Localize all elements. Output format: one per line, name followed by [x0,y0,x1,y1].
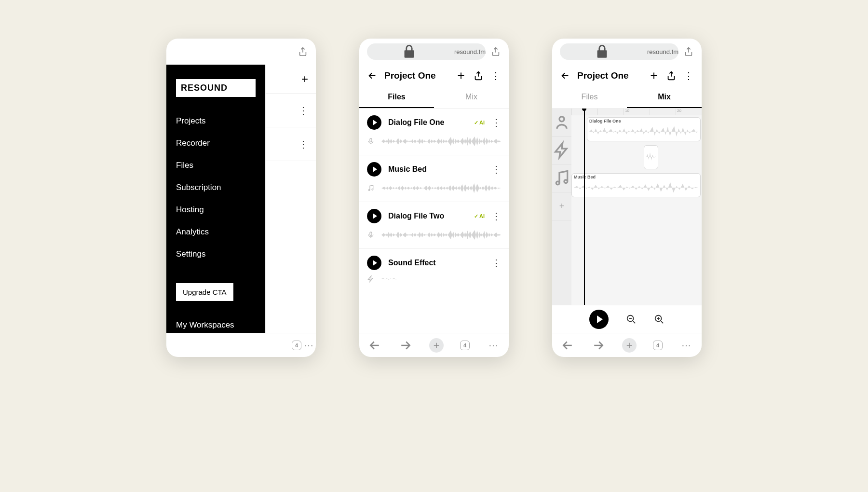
mix-timeline[interactable]: + 1020 Dialog File One Music Bed [552,109,702,305]
url-text: resound.fm [647,48,678,55]
url-text: resound.fm [454,48,486,55]
phone-drawer: RESOUND Projects Recorder Files Subscrip… [166,39,316,357]
file-more-icon[interactable]: ⋮ [491,164,501,175]
track-header-music[interactable] [552,164,571,192]
upgrade-button[interactable]: Upgrade CTA [176,283,233,301]
ai-badge: ✓ AI [474,213,485,219]
lock-icon [560,43,644,60]
microphone-icon [367,137,375,145]
browser-share-icon[interactable] [683,46,694,57]
zoom-in-button[interactable] [654,314,665,325]
browser-share-icon[interactable] [298,46,308,57]
track-row[interactable]: Music Bed [571,171,702,199]
tab-files[interactable]: Files [552,87,627,108]
browser-forward-icon[interactable] [591,338,606,353]
track-header-column: + [552,109,571,305]
browser-menu-icon[interactable]: ⋯ [301,338,316,353]
play-button[interactable] [367,209,381,223]
file-more-icon[interactable]: ⋮ [491,257,501,269]
browser-bar: resound.fm [359,39,509,65]
browser-back-icon[interactable] [560,338,575,353]
play-button[interactable] [367,162,381,177]
nav-analytics[interactable]: Analytics [176,224,256,240]
back-button[interactable] [560,70,570,81]
more-icon[interactable]: ⋮ [298,138,308,150]
address-bar[interactable]: resound.fm [367,43,486,60]
svg-rect-3 [370,232,372,235]
browser-menu-icon[interactable]: ⋯ [486,338,501,353]
svg-point-1 [368,190,370,191]
audio-clip[interactable]: Music Bed [571,173,701,197]
tab-bar: Files Mix [552,87,702,109]
share-button[interactable] [666,70,677,81]
file-more-icon[interactable]: ⋮ [491,117,501,128]
background-content: + ⋮ ⋮ [265,65,316,333]
audio-clip[interactable] [644,145,658,169]
svg-point-4 [559,117,564,122]
play-button[interactable] [589,310,609,329]
project-title: Project One [384,70,449,81]
svg-point-6 [564,180,568,183]
menu-button[interactable]: ⋮ [683,70,694,81]
project-header: Project One ⋮ [359,65,509,87]
project-header: Project One ⋮ [552,65,702,87]
back-button[interactable] [367,70,378,81]
track-row[interactable]: Dialog File One [571,115,702,143]
time-ruler: 1020 [571,109,702,115]
nav-hosting[interactable]: Hosting [176,202,256,218]
nav-files[interactable]: Files [176,158,256,173]
track-header-fx[interactable] [552,137,571,164]
track-header-dialog[interactable] [552,109,571,137]
play-button[interactable] [367,256,381,270]
browser-new-tab-icon[interactable] [622,338,637,353]
nav-settings[interactable]: Settings [176,246,256,262]
browser-menu-icon[interactable]: ⋯ [679,338,693,353]
tab-count[interactable]: 4 [460,341,470,350]
browser-share-icon[interactable] [490,46,501,57]
audio-clip[interactable]: Dialog File One [587,117,701,141]
waveform [381,181,501,195]
zoom-out-button[interactable] [626,314,637,325]
nav-subscription[interactable]: Subscription [176,180,256,195]
browser-toolbar: 4 ⋯ [359,333,509,357]
browser-bar [166,39,316,65]
browser-back-icon[interactable] [367,338,382,353]
more-icon[interactable]: ⋮ [298,105,308,116]
browser-forward-icon[interactable] [398,338,413,353]
play-button[interactable] [367,115,381,130]
nav-recorder[interactable]: Recorder [176,136,256,151]
add-button[interactable] [649,70,659,81]
file-more-icon[interactable]: ⋮ [491,210,501,222]
svg-point-2 [372,189,373,190]
music-icon [367,184,375,192]
tab-mix[interactable]: Mix [434,87,509,108]
address-bar[interactable]: resound.fm [560,43,678,60]
playhead[interactable] [584,109,585,305]
nav-projects[interactable]: Projects [176,113,256,129]
nav-workspaces[interactable]: My Workspaces [176,317,256,333]
ai-badge: ✓ AI [474,120,485,126]
add-button[interactable] [456,70,466,81]
svg-rect-0 [370,138,372,142]
add-icon[interactable]: + [301,72,308,86]
effect-icon [367,275,375,283]
menu-button[interactable]: ⋮ [490,70,501,81]
phone-files: resound.fm Project One ⋮ Files Mix Dialo… [359,39,509,357]
navigation-drawer: RESOUND Projects Recorder Files Subscrip… [166,65,265,333]
project-title: Project One [577,70,642,81]
waveform [381,135,501,148]
tab-files[interactable]: Files [359,87,434,108]
browser-new-tab-icon[interactable] [429,338,444,353]
tab-count[interactable]: 4 [292,341,301,350]
file-item: Music Bed ⋮ [359,155,509,202]
svg-point-5 [556,181,559,185]
app-logo: RESOUND [176,79,256,97]
share-button[interactable] [473,70,484,81]
tab-mix[interactable]: Mix [627,87,702,108]
file-item: Dialog File One ✓ AI ⋮ [359,109,509,155]
add-track-button[interactable]: + [552,192,571,220]
file-name: Dialog File Two [388,212,467,220]
browser-bar: resound.fm [552,39,702,65]
track-row[interactable] [571,143,702,171]
tab-count[interactable]: 4 [653,341,663,350]
